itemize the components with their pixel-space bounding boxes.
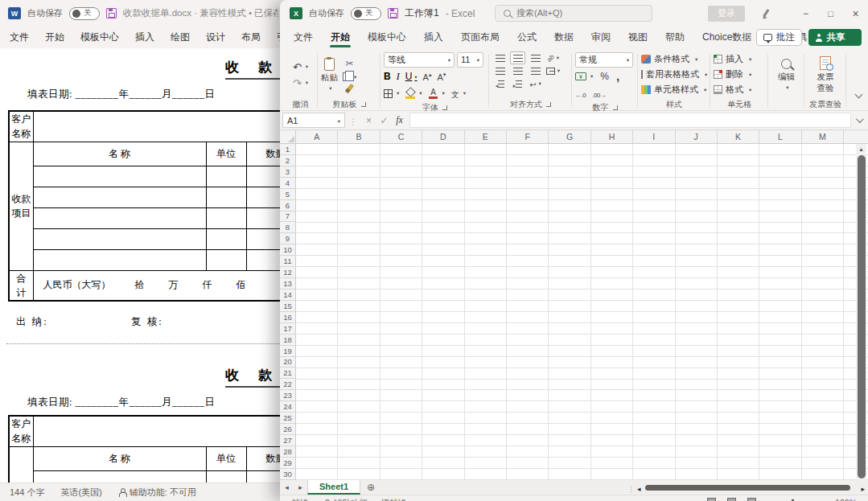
comma-style-button[interactable]: , bbox=[616, 73, 619, 80]
ribbon-tab-Choice数据[interactable]: Choice数据 bbox=[693, 27, 760, 48]
zoom-level[interactable]: 100% bbox=[835, 498, 857, 501]
align-bottom-button[interactable] bbox=[528, 51, 543, 64]
bold-button[interactable]: B bbox=[384, 71, 391, 82]
new-sheet-button[interactable] bbox=[360, 480, 381, 495]
comments-button[interactable]: 批注 bbox=[756, 29, 802, 46]
row-header-29[interactable]: 29 bbox=[280, 458, 295, 469]
column-header-K[interactable]: K bbox=[718, 130, 759, 143]
word-menu-插入[interactable]: 插入 bbox=[127, 31, 162, 44]
collapse-ribbon-icon[interactable] bbox=[855, 91, 863, 99]
word-count[interactable]: 144 个字 bbox=[10, 487, 44, 499]
cell-styles-button[interactable]: 单元格样式 bbox=[641, 82, 707, 97]
merge-center-button[interactable] bbox=[545, 64, 561, 77]
grid-cells[interactable] bbox=[296, 144, 868, 480]
decrease-indent-button[interactable] bbox=[492, 77, 508, 90]
row-header-20[interactable]: 20 bbox=[280, 357, 295, 368]
scrollbar-resize-handle[interactable] bbox=[627, 480, 635, 495]
column-header-F[interactable]: F bbox=[507, 130, 549, 143]
ribbon-tab-页面布局[interactable]: 页面布局 bbox=[452, 27, 508, 48]
word-menu-模板中心[interactable]: 模板中心 bbox=[72, 31, 127, 44]
row-header-23[interactable]: 23 bbox=[280, 390, 295, 401]
row-header-27[interactable]: 27 bbox=[280, 435, 295, 446]
column-header-E[interactable]: E bbox=[465, 130, 507, 143]
row-header-17[interactable]: 17 bbox=[280, 323, 295, 335]
ribbon-tab-插入[interactable]: 插入 bbox=[415, 27, 452, 48]
font-name-combo[interactable]: 等线 bbox=[384, 52, 455, 68]
conditional-formatting-button[interactable]: 条件格式 bbox=[641, 51, 707, 67]
align-left-button[interactable] bbox=[492, 64, 508, 77]
row-header-21[interactable]: 21 bbox=[280, 368, 295, 379]
save-icon[interactable] bbox=[388, 8, 398, 18]
search-box[interactable]: 搜索(Alt+Q) bbox=[495, 5, 652, 22]
row-header-4[interactable]: 4 bbox=[280, 178, 295, 189]
cut-button[interactable] bbox=[343, 55, 356, 70]
ribbon-tab-文件[interactable]: 文件 bbox=[285, 27, 322, 48]
paste-button[interactable]: 粘贴 bbox=[321, 58, 338, 92]
row-header-12[interactable]: 12 bbox=[280, 267, 295, 278]
column-header-J[interactable]: J bbox=[676, 130, 718, 143]
row-header-7[interactable]: 7 bbox=[280, 211, 295, 223]
row-header-19[interactable]: 19 bbox=[280, 346, 295, 357]
row-header-28[interactable]: 28 bbox=[280, 446, 295, 458]
sheet-tab-sheet1[interactable]: Sheet1 bbox=[307, 480, 360, 495]
insert-cells-button[interactable]: 插入 bbox=[714, 51, 765, 67]
maximize-button[interactable] bbox=[818, 0, 843, 27]
word-menu-绘图[interactable]: 绘图 bbox=[162, 31, 198, 44]
row-header-3[interactable]: 3 bbox=[280, 166, 295, 178]
column-header-G[interactable]: G bbox=[549, 130, 590, 143]
row-header-16[interactable]: 16 bbox=[280, 312, 295, 323]
orientation-button[interactable] bbox=[545, 51, 561, 64]
save-icon[interactable] bbox=[106, 8, 117, 18]
increase-decimal-button[interactable] bbox=[575, 86, 586, 101]
ribbon-tab-帮助[interactable]: 帮助 bbox=[656, 27, 693, 48]
share-button[interactable]: 共享 bbox=[808, 29, 862, 46]
pen-icon[interactable] bbox=[761, 8, 772, 19]
previous-sheet-icon[interactable] bbox=[280, 480, 294, 495]
row-header-11[interactable]: 11 bbox=[280, 256, 295, 267]
formula-input[interactable] bbox=[409, 113, 851, 128]
horizontal-scrollbar[interactable] bbox=[627, 480, 865, 495]
select-all-corner[interactable] bbox=[280, 130, 296, 144]
alignment-dialog-launcher[interactable] bbox=[546, 102, 551, 107]
column-header-L[interactable]: L bbox=[759, 130, 801, 143]
signin-button[interactable]: 登录 bbox=[708, 6, 745, 22]
fill-color-button[interactable] bbox=[405, 88, 422, 99]
ribbon-tab-开始[interactable]: 开始 bbox=[322, 27, 359, 48]
accounting-format-button[interactable] bbox=[575, 72, 593, 80]
next-sheet-icon[interactable] bbox=[294, 480, 307, 495]
normal-view-icon[interactable] bbox=[707, 498, 716, 501]
close-button[interactable] bbox=[843, 0, 868, 27]
scroll-left-icon[interactable] bbox=[637, 480, 641, 495]
phonetic-button[interactable] bbox=[451, 86, 466, 101]
row-header-30[interactable]: 30 bbox=[280, 469, 295, 480]
ribbon-tab-视图[interactable]: 视图 bbox=[619, 27, 656, 48]
align-right-button[interactable] bbox=[528, 64, 543, 77]
grow-font-button[interactable]: A▴ bbox=[423, 72, 432, 82]
column-header-I[interactable]: I bbox=[633, 130, 675, 143]
invoice-check-button[interactable]: 发票 查验 bbox=[817, 72, 834, 92]
page-break-view-icon[interactable] bbox=[747, 498, 756, 501]
font-size-combo[interactable]: 11 bbox=[457, 52, 483, 68]
copy-button[interactable] bbox=[343, 72, 356, 81]
format-as-table-button[interactable]: 套用表格格式 bbox=[641, 67, 707, 82]
row-header-8[interactable]: 8 bbox=[280, 222, 295, 233]
row-header-24[interactable]: 24 bbox=[280, 401, 295, 413]
shrink-font-button[interactable]: A▾ bbox=[437, 72, 446, 82]
increase-indent-button[interactable] bbox=[510, 77, 525, 90]
ribbon-tab-公式[interactable]: 公式 bbox=[508, 27, 545, 48]
row-header-15[interactable]: 15 bbox=[280, 301, 295, 312]
column-header-C[interactable]: C bbox=[381, 130, 422, 143]
accessibility-status[interactable]: 辅助功能: 不可用 bbox=[118, 487, 196, 499]
underline-button[interactable]: U bbox=[405, 71, 418, 82]
row-header-13[interactable]: 13 bbox=[280, 278, 295, 290]
ribbon-tab-审阅[interactable]: 审阅 bbox=[582, 27, 619, 48]
number-format-combo[interactable]: 常规 bbox=[575, 52, 633, 68]
delete-cells-button[interactable]: 删除 bbox=[714, 67, 765, 82]
column-header-D[interactable]: D bbox=[422, 130, 464, 143]
row-header-14[interactable]: 14 bbox=[280, 290, 295, 301]
scroll-up-icon[interactable] bbox=[856, 144, 866, 154]
word-page[interactable]: 收 款 填表日期: ________年______月______日 客户 名称 … bbox=[0, 48, 286, 483]
minimize-button[interactable] bbox=[793, 0, 818, 27]
horizontal-scroll-thumb[interactable] bbox=[645, 485, 851, 491]
expand-formula-bar-icon[interactable] bbox=[851, 117, 866, 123]
